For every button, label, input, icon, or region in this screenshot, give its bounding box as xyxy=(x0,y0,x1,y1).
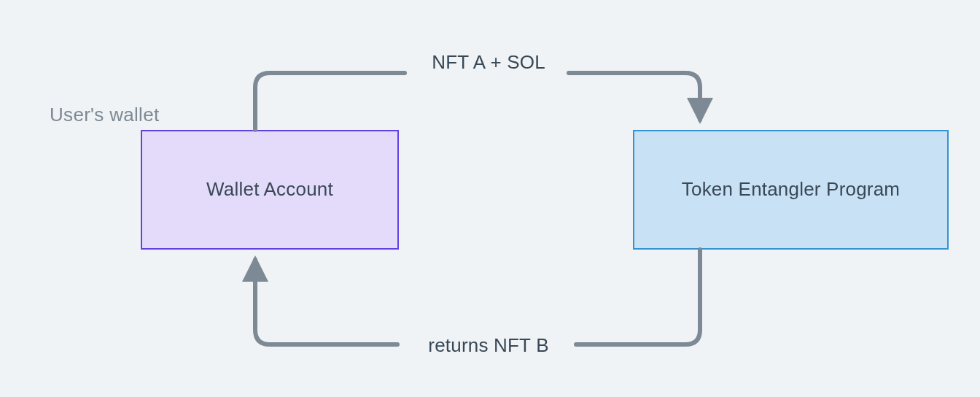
edge-wallet-to-program xyxy=(255,73,700,130)
diagram-canvas: User's wallet Wallet Account Token Entan… xyxy=(0,0,980,397)
token-entangler-node: Token Entangler Program xyxy=(633,130,949,250)
token-entangler-label: Token Entangler Program xyxy=(682,177,900,202)
wallet-account-label: Wallet Account xyxy=(206,177,333,202)
edge-label-send: NFT A + SOL xyxy=(416,50,561,75)
wallet-account-node: Wallet Account xyxy=(141,130,399,250)
edge-label-return: returns NFT B xyxy=(405,333,572,358)
edge-program-to-wallet xyxy=(255,250,700,344)
wallet-caption: User's wallet xyxy=(50,104,159,126)
